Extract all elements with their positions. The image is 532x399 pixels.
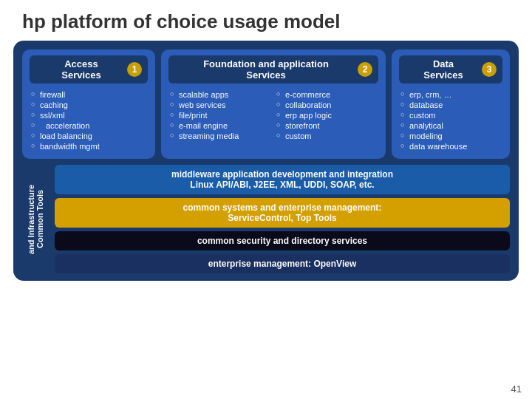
sidebar-label: and Infrastructure Common Tools	[22, 165, 49, 273]
list-item: caching	[30, 100, 148, 110]
middleware-text-1: middleware application development and i…	[64, 169, 501, 180]
access-services-box: AccessServices 1 firewall caching ssl/xm…	[22, 50, 155, 159]
list-item: modeling	[399, 131, 502, 141]
list-item: custom	[399, 110, 502, 120]
sidebar-label-line1: Common Tools	[35, 190, 44, 248]
common-systems-text-1: common systems and enterprise management…	[64, 202, 501, 213]
page-title: hp platform of choice usage model	[0, 0, 532, 41]
foundation-services-box: Foundation and applicationServices 2 sca…	[161, 50, 386, 159]
common-security-text: common security and directory services	[64, 236, 501, 246]
common-systems-text-2: ServiceControl, Top Tools	[64, 213, 501, 223]
list-item: streaming media	[168, 131, 272, 141]
list-item: scalable apps	[168, 89, 272, 100]
data-services-title: DataServices	[405, 58, 482, 81]
foundation-badge: 2	[358, 62, 372, 77]
services-row: AccessServices 1 firewall caching ssl/xm…	[22, 50, 510, 159]
foundation-services-header: Foundation and applicationServices 2	[168, 55, 378, 83]
list-item: acceleration	[30, 120, 148, 131]
access-services-header: AccessServices 1	[30, 55, 148, 83]
sidebar-label-line2: and Infrastructure	[27, 184, 35, 253]
list-item: web services	[168, 100, 272, 110]
access-badge: 1	[127, 62, 142, 77]
foundation-col1: scalable apps web services file/print e-…	[168, 89, 272, 141]
middleware-text-2: Linux API/ABI, J2EE, XML, UDDI, SOAP, et…	[64, 180, 501, 190]
list-item: e-commerce	[275, 89, 378, 100]
list-item: file/print	[168, 110, 272, 120]
foundation-col2: e-commerce collaboration erp app logic s…	[275, 89, 378, 141]
foundation-list-2: e-commerce collaboration erp app logic s…	[275, 89, 378, 141]
list-item: data warehouse	[399, 141, 502, 151]
list-item: custom	[275, 131, 378, 141]
middleware-bar: middleware application development and i…	[55, 165, 510, 194]
page-number: 41	[511, 383, 522, 395]
common-systems-bar: common systems and enterprise management…	[55, 198, 510, 228]
access-services-title: AccessServices	[35, 58, 127, 81]
foundation-content: scalable apps web services file/print e-…	[168, 89, 378, 141]
access-services-list: firewall caching ssl/xml acceleration lo…	[30, 89, 148, 151]
list-item: load balancing	[30, 131, 148, 141]
list-item: storefront	[275, 120, 378, 131]
bottom-section: and Infrastructure Common Tools middlewa…	[22, 165, 510, 273]
enterprise-mgmt-text: enterprise management: OpenView	[64, 259, 501, 269]
list-item: e-mail engine	[168, 120, 272, 131]
list-item: bandwidth mgmt	[30, 141, 148, 151]
foundation-list-1: scalable apps web services file/print e-…	[168, 89, 272, 141]
main-container: AccessServices 1 firewall caching ssl/xm…	[13, 41, 519, 281]
data-services-header: DataServices 3	[399, 55, 502, 83]
data-badge: 3	[482, 62, 497, 77]
list-item: firewall	[30, 89, 148, 100]
list-item: ssl/xml	[30, 110, 148, 120]
list-item: database	[399, 100, 502, 110]
list-item: erp app logic	[275, 110, 378, 120]
bottom-bars: middleware application development and i…	[55, 165, 510, 273]
enterprise-mgmt-bar: enterprise management: OpenView	[55, 254, 510, 273]
list-item: analytical	[399, 120, 502, 131]
list-item: collaboration	[275, 100, 378, 110]
common-security-bar: common security and directory services	[55, 231, 510, 250]
list-item: erp, crm, …	[399, 89, 502, 100]
data-services-list: erp, crm, … database custom analytical m…	[399, 89, 502, 151]
foundation-services-title: Foundation and applicationServices	[174, 58, 358, 81]
data-services-box: DataServices 3 erp, crm, … database cust…	[392, 50, 510, 159]
